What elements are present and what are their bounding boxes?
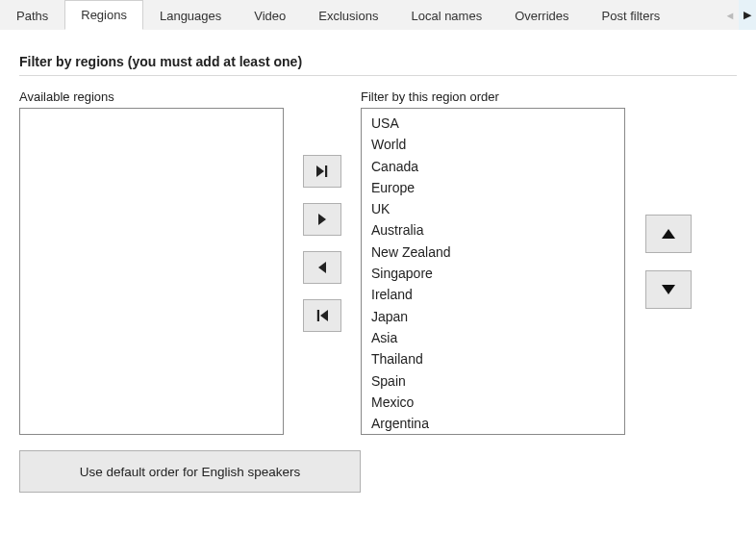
tab-label: Paths (16, 9, 48, 23)
add-all-button[interactable] (303, 155, 341, 188)
default-order-button[interactable]: Use default order for English speakers (19, 450, 361, 493)
chevron-right-icon (316, 213, 328, 226)
available-regions-label: Available regions (19, 89, 284, 104)
tab-languages[interactable]: Languages (143, 0, 238, 30)
tab-local-names[interactable]: Local names (394, 0, 498, 30)
list-item[interactable]: Asia (371, 327, 624, 348)
tab-post-filters[interactable]: Post filters (586, 0, 677, 30)
skip-start-icon (315, 309, 329, 322)
list-item[interactable]: Latin America (371, 434, 624, 435)
available-regions-list[interactable] (19, 108, 284, 435)
skip-end-icon (315, 165, 329, 178)
svg-marker-7 (662, 285, 675, 294)
tab-bar: Paths Regions Languages Video Exclusions… (0, 0, 756, 31)
list-item[interactable]: UK (371, 198, 624, 219)
tab-regions[interactable]: Regions (64, 0, 143, 30)
list-item[interactable]: Ireland (371, 284, 624, 305)
chevron-left-icon: ◄ (725, 10, 736, 21)
svg-rect-4 (317, 310, 319, 321)
tab-label: Post filters (602, 9, 661, 23)
svg-marker-2 (318, 214, 326, 225)
list-item[interactable]: Canada (371, 156, 624, 177)
tab-label: Local names (411, 9, 482, 23)
svg-marker-6 (662, 229, 675, 239)
triangle-up-icon (661, 228, 676, 240)
chevron-right-icon: ▶ (743, 9, 751, 21)
tab-label: Languages (160, 9, 221, 23)
selected-regions-label: Filter by this region order (361, 89, 625, 104)
add-one-button[interactable] (303, 203, 341, 236)
tab-label: Regions (81, 8, 127, 22)
tab-paths[interactable]: Paths (0, 0, 64, 30)
svg-marker-3 (318, 262, 326, 273)
divider (19, 75, 737, 76)
list-item[interactable]: USA (371, 113, 624, 134)
chevron-left-icon (316, 261, 328, 274)
selected-regions-list[interactable]: USAWorldCanadaEuropeUKAustraliaNew Zeala… (361, 108, 625, 435)
list-item[interactable]: Singapore (371, 263, 624, 284)
section-heading: Filter by regions (you must add at least… (19, 54, 737, 69)
svg-rect-1 (325, 165, 327, 177)
svg-marker-5 (320, 310, 328, 321)
svg-marker-0 (316, 165, 324, 177)
tab-exclusions[interactable]: Exclusions (302, 0, 394, 30)
remove-all-button[interactable] (303, 299, 341, 332)
list-item[interactable]: Argentina (371, 413, 624, 434)
list-item[interactable]: Thailand (371, 348, 624, 369)
list-item[interactable]: Japan (371, 306, 624, 327)
tab-scroll-right[interactable]: ▶ (739, 0, 756, 30)
remove-one-button[interactable] (303, 251, 341, 284)
list-item[interactable]: Mexico (371, 392, 624, 413)
tab-scroll-left[interactable]: ◄ (721, 0, 739, 30)
tab-overrides[interactable]: Overrides (498, 0, 585, 30)
triangle-down-icon (661, 284, 676, 295)
list-item[interactable]: Spain (371, 370, 624, 392)
tab-label: Video (254, 9, 286, 23)
list-item[interactable]: World (371, 134, 624, 155)
tab-label: Exclusions (318, 9, 378, 23)
tab-label: Overrides (515, 9, 568, 23)
list-item[interactable]: New Zealand (371, 241, 624, 263)
tab-video[interactable]: Video (238, 0, 302, 30)
list-item[interactable]: Europe (371, 177, 624, 198)
move-up-button[interactable] (645, 215, 692, 253)
list-item[interactable]: Australia (371, 219, 624, 241)
move-down-button[interactable] (645, 270, 692, 309)
default-order-label: Use default order for English speakers (80, 465, 301, 479)
